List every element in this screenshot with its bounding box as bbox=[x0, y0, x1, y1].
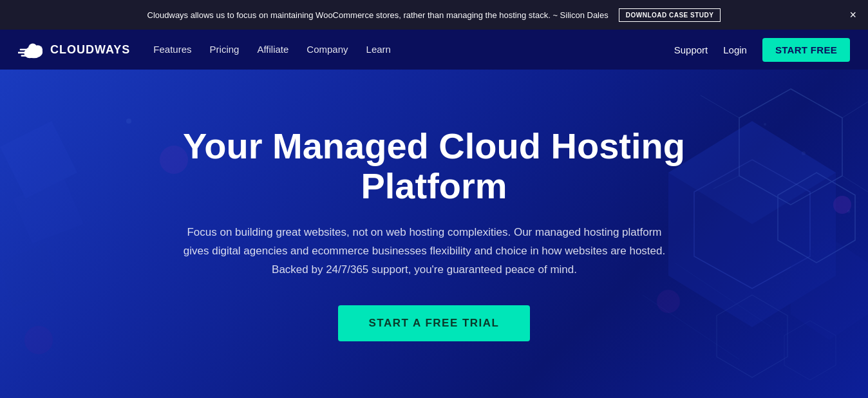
hero-title: Your Managed Cloud Hosting Platform bbox=[173, 126, 695, 205]
svg-point-17 bbox=[847, 210, 851, 213]
hero-content: Your Managed Cloud Hosting Platform Focu… bbox=[160, 126, 708, 341]
svg-point-3 bbox=[28, 43, 37, 52]
svg-marker-8 bbox=[778, 173, 855, 263]
nav-links: Features Pricing Affiliate Company Learn bbox=[153, 44, 391, 55]
nav-link-company[interactable]: Company bbox=[307, 44, 348, 55]
nav-link-learn[interactable]: Learn bbox=[366, 44, 391, 55]
svg-point-24 bbox=[126, 118, 131, 124]
hero-section: Your Managed Cloud Hosting Platform Focu… bbox=[0, 70, 868, 398]
close-announcement-button[interactable]: × bbox=[849, 9, 856, 21]
svg-marker-29 bbox=[791, 237, 868, 340]
svg-line-10 bbox=[842, 102, 868, 118]
hero-subtitle: Focus on building great websites, not on… bbox=[173, 223, 675, 280]
cloudways-logo-icon bbox=[18, 39, 44, 60]
svg-point-30 bbox=[833, 196, 851, 214]
svg-point-16 bbox=[764, 123, 766, 126]
nav-item-affiliate[interactable]: Affiliate bbox=[257, 44, 288, 55]
svg-line-12 bbox=[713, 176, 739, 189]
nav-link-affiliate[interactable]: Affiliate bbox=[257, 44, 288, 55]
svg-marker-28 bbox=[694, 160, 810, 289]
navbar: CLOUDWAYS Features Pricing Affiliate Com… bbox=[0, 30, 868, 70]
nav-link-pricing[interactable]: Pricing bbox=[210, 44, 240, 55]
svg-marker-22 bbox=[0, 243, 58, 308]
svg-point-25 bbox=[24, 326, 53, 354]
support-link[interactable]: Support bbox=[674, 44, 708, 55]
svg-point-15 bbox=[802, 151, 806, 155]
start-free-trial-button[interactable]: START A FREE TRIAL bbox=[338, 305, 531, 341]
nav-item-company[interactable]: Company bbox=[307, 44, 348, 55]
svg-marker-19 bbox=[784, 321, 836, 380]
svg-line-9 bbox=[701, 95, 739, 118]
nav-item-pricing[interactable]: Pricing bbox=[210, 44, 240, 55]
svg-marker-21 bbox=[13, 179, 84, 243]
download-case-study-button[interactable]: DOWNLOAD CASE STUDY bbox=[619, 8, 721, 22]
login-link[interactable]: Login bbox=[723, 44, 747, 55]
announcement-bar: Cloudways allows us to focus on maintain… bbox=[0, 0, 868, 30]
start-free-button[interactable]: START FREE bbox=[762, 38, 850, 62]
nav-item-learn[interactable]: Learn bbox=[366, 44, 391, 55]
navbar-right: Support Login START FREE bbox=[674, 38, 850, 62]
logo-link[interactable]: CLOUDWAYS bbox=[18, 39, 130, 60]
svg-marker-7 bbox=[739, 89, 842, 205]
svg-marker-18 bbox=[717, 295, 788, 377]
logo-text: CLOUDWAYS bbox=[50, 43, 130, 57]
svg-line-11 bbox=[842, 176, 868, 192]
svg-marker-20 bbox=[0, 121, 77, 198]
nav-item-features[interactable]: Features bbox=[153, 44, 191, 55]
announcement-text: Cloudways allows us to focus on maintain… bbox=[147, 10, 609, 20]
nav-link-features[interactable]: Features bbox=[153, 44, 191, 55]
navbar-left: CLOUDWAYS Features Pricing Affiliate Com… bbox=[18, 39, 391, 60]
